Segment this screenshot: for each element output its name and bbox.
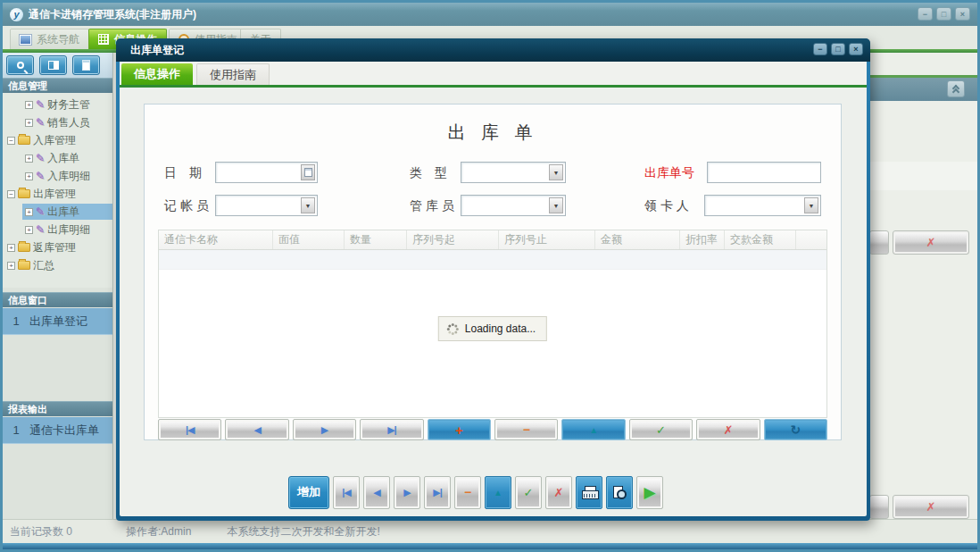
dialog-minimize-button[interactable]: − [813, 43, 827, 55]
tree-item-label: 入库管理 [33, 133, 76, 148]
order-no-input[interactable] [707, 162, 821, 183]
print-preview-button[interactable] [606, 476, 633, 509]
last-record-button[interactable]: ▶| [424, 476, 451, 509]
column-header[interactable]: 通信卡名称 [159, 230, 273, 249]
bookkeeper-label: 记 帐 员 [164, 198, 209, 214]
column-header[interactable]: 交款金额 [725, 230, 796, 249]
expand-toggle[interactable]: + [25, 208, 33, 216]
report-output-item[interactable]: 1 通信卡出库单 [3, 417, 112, 444]
background-navigator-row: ✗ [865, 495, 977, 519]
post-record-button[interactable]: ✓ [515, 476, 542, 509]
column-header[interactable]: 数量 [345, 230, 407, 249]
item-label: 通信卡出库单 [29, 422, 99, 439]
chevron-down-icon[interactable]: ▼ [804, 197, 818, 213]
column-header[interactable]: 序列号起 [407, 230, 499, 249]
dialog-title-bar[interactable]: 出库单登记 − □ × [116, 38, 870, 62]
grid-delete-button[interactable]: − [494, 419, 558, 440]
expand-toggle[interactable]: + [25, 155, 33, 163]
type-label: 类 型 [410, 165, 447, 181]
collapse-chevron-button[interactable] [947, 80, 965, 97]
background-cancel-button[interactable]: ✗ [893, 230, 969, 255]
background-form-panel: ✗ ✗ [865, 53, 977, 519]
minimize-button[interactable]: − [918, 7, 933, 21]
detail-grid: 通信卡名称 面值 数量 序列号起 序列号止 金额 折扣率 交款金额 Loadin… [158, 230, 827, 418]
tree-item-label: 入库单 [47, 151, 79, 166]
edit-record-button[interactable]: ▲ [485, 476, 511, 509]
calendar-button[interactable] [301, 164, 315, 180]
search-button[interactable] [6, 55, 34, 75]
grid-next-button[interactable]: ▶ [293, 419, 356, 440]
next-record-button[interactable]: ▶ [394, 476, 420, 509]
grid-insert-button[interactable]: + [428, 419, 491, 440]
document-button[interactable] [72, 55, 100, 75]
chevron-down-icon[interactable]: ▼ [549, 164, 563, 180]
spinner-icon [446, 322, 459, 335]
column-header[interactable]: 序列号止 [499, 230, 595, 249]
pen-icon: ✎ [36, 116, 45, 129]
columns-button[interactable] [39, 55, 67, 75]
title-bar: y 通信卡进销存管理系统(非注册用户) − □ × [3, 3, 977, 26]
tree-item-inbound-mgmt[interactable]: − 入库管理 [3, 132, 112, 148]
folder-icon [18, 136, 30, 145]
expand-toggle[interactable]: + [7, 262, 15, 270]
background-button-fragment[interactable] [869, 495, 889, 519]
expand-toggle[interactable]: + [25, 172, 33, 180]
grid-last-button[interactable]: ▶| [360, 419, 423, 440]
chevron-down-icon[interactable]: ▼ [549, 197, 563, 213]
run-button[interactable]: ▶ [636, 476, 663, 509]
prev-record-button[interactable]: ◀ [363, 476, 390, 509]
grid-prev-button[interactable]: ◀ [225, 419, 288, 440]
type-select[interactable]: ▼ [461, 162, 566, 183]
expand-toggle[interactable]: + [25, 101, 33, 109]
tree-item-summary[interactable]: + 汇总 [3, 257, 112, 273]
first-record-button[interactable]: |◀ [333, 476, 360, 509]
column-header[interactable]: 面值 [273, 230, 345, 249]
delete-record-button[interactable]: − [454, 476, 481, 509]
info-window-item[interactable]: 1 出库单登记 [3, 308, 112, 335]
bookkeeper-select[interactable]: ▼ [215, 195, 318, 216]
date-input[interactable] [215, 162, 318, 183]
expand-toggle[interactable]: + [7, 244, 15, 252]
maximize-button[interactable]: □ [936, 7, 951, 21]
grid-edit-button[interactable]: ▲ [561, 419, 625, 440]
dialog-tab-info-ops[interactable]: 信息操作 [121, 63, 193, 85]
chevron-down-icon[interactable]: ▼ [301, 197, 315, 213]
window-bottom-border [3, 543, 977, 549]
column-header[interactable]: 金额 [595, 230, 680, 249]
document-icon [82, 60, 90, 71]
close-button[interactable]: × [955, 7, 970, 21]
grid-post-button[interactable]: ✓ [629, 419, 693, 440]
expand-toggle[interactable]: + [25, 119, 33, 127]
tree-item-outbound-detail[interactable]: + ✎ 出库明细 [3, 222, 112, 238]
tree-item-outbound-mgmt[interactable]: − 出库管理 [3, 186, 112, 202]
cancel-record-button[interactable]: ✗ [545, 476, 572, 509]
tree-item-return-mgmt[interactable]: + 返库管理 [3, 239, 112, 255]
tree-item-inbound-detail[interactable]: + ✎ 入库明细 [3, 168, 112, 184]
grid-first-button[interactable]: |◀ [158, 419, 221, 440]
recipient-select[interactable]: ▼ [704, 195, 821, 216]
tree-item-label: 财务主管 [47, 97, 90, 113]
tree-item-finance-manager[interactable]: + ✎ 财务主管 [3, 96, 112, 113]
column-header[interactable]: 折扣率 [680, 230, 725, 249]
expand-toggle[interactable]: − [7, 190, 15, 198]
print-button[interactable] [576, 476, 602, 509]
tree-item-label: 返库管理 [33, 240, 76, 255]
expand-toggle[interactable]: − [7, 137, 15, 145]
tree-item-sales-staff[interactable]: + ✎ 销售人员 [3, 114, 112, 130]
expand-toggle[interactable]: + [25, 226, 33, 234]
grid-refresh-button[interactable]: ↻ [764, 419, 827, 440]
background-button-fragment[interactable] [869, 230, 889, 255]
dialog-close-button[interactable]: × [849, 43, 863, 55]
tree-item-inbound-order[interactable]: + ✎ 入库单 [3, 150, 112, 166]
tab-system-nav[interactable]: 系统导航 [10, 29, 89, 49]
tree-item-label: 入库明细 [47, 169, 90, 184]
dialog-tab-user-guide[interactable]: 使用指南 [196, 63, 270, 85]
dialog-maximize-button[interactable]: □ [831, 43, 845, 55]
background-group-header [865, 78, 977, 101]
add-button[interactable]: 增加 [288, 476, 329, 509]
tree-item-label: 汇总 [33, 258, 54, 273]
grid-cancel-button[interactable]: ✗ [696, 419, 760, 440]
tree-item-outbound-order[interactable]: + ✎ 出库单 [3, 204, 112, 220]
warehouse-keeper-select[interactable]: ▼ [461, 195, 566, 216]
background-cancel-button[interactable]: ✗ [893, 495, 969, 519]
